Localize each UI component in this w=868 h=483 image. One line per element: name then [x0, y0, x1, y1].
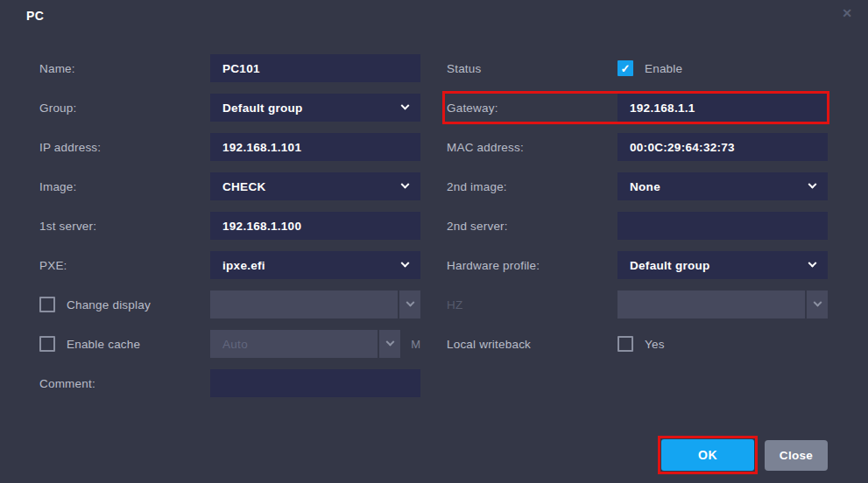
image-select-value: CHECK — [222, 180, 266, 193]
second-image-label: 2nd image: — [447, 180, 617, 193]
chevron-down-icon — [808, 258, 817, 267]
image-row: Image: CHECK — [39, 172, 420, 200]
group-select-value: Default group — [222, 102, 303, 115]
close-button[interactable]: Close — [765, 440, 828, 471]
comment-row: Comment: — [39, 369, 420, 397]
close-icon[interactable]: ✕ — [842, 6, 852, 20]
cache-unit-label: M — [411, 338, 420, 351]
hz-label: HZ — [447, 298, 617, 312]
hardware-profile-select[interactable]: Default group — [617, 251, 828, 279]
ok-button-wrap: OK — [661, 439, 754, 471]
enable-cache-row: Enable cache Auto M — [39, 330, 420, 358]
chevron-down-icon — [398, 290, 420, 318]
hardware-profile-label: Hardware profile: — [447, 259, 617, 272]
group-label: Group: — [39, 102, 210, 115]
name-label: Name: — [39, 62, 210, 75]
chevron-down-icon — [401, 179, 410, 188]
cache-size-select-disabled: Auto — [210, 330, 400, 358]
status-enable-checkbox[interactable]: ✓ — [617, 60, 633, 76]
mac-address-input[interactable] — [617, 133, 828, 161]
local-writeback-label: Local writeback — [447, 338, 617, 351]
enable-cache-label-area: Enable cache — [39, 336, 210, 352]
ip-address-input[interactable] — [210, 133, 420, 161]
form-left-column: Name: Group: Default group IP address: I… — [39, 54, 420, 409]
status-checkbox-label: Enable — [645, 62, 682, 75]
hz-select-value — [617, 290, 805, 318]
first-server-label: 1st server: — [39, 220, 210, 233]
change-display-select-disabled — [210, 290, 420, 318]
ip-address-row: IP address: — [39, 133, 420, 161]
image-select[interactable]: CHECK — [210, 172, 420, 200]
form-right-column: Status ✓ Enable Gateway: MAC address: 2n… — [447, 54, 828, 409]
ip-address-label: IP address: — [39, 141, 210, 154]
change-display-row: Change display — [39, 290, 420, 318]
chevron-down-icon — [401, 101, 410, 109]
second-image-select-value: None — [630, 180, 660, 193]
enable-cache-label: Enable cache — [67, 338, 140, 351]
hz-row: HZ — [447, 290, 828, 318]
first-server-row: 1st server: — [39, 212, 420, 240]
dialog-title: PC — [26, 9, 44, 23]
enable-cache-checkbox[interactable] — [39, 336, 55, 352]
chevron-down-icon — [808, 179, 817, 188]
local-writeback-row: Local writeback Yes — [447, 330, 828, 358]
change-display-label: Change display — [67, 298, 151, 312]
name-input[interactable] — [210, 54, 420, 82]
second-image-row: 2nd image: None — [447, 172, 828, 200]
gateway-input[interactable] — [617, 94, 828, 122]
pxe-select[interactable]: ipxe.efi — [210, 251, 420, 279]
chevron-down-icon — [401, 258, 410, 267]
group-select[interactable]: Default group — [210, 94, 420, 122]
mac-address-label: MAC address: — [447, 141, 617, 154]
local-writeback-checkbox[interactable] — [617, 336, 633, 352]
pxe-label: PXE: — [39, 259, 210, 272]
comment-input[interactable] — [210, 369, 420, 397]
change-display-select-value — [210, 290, 398, 318]
change-display-label-area: Change display — [39, 297, 210, 312]
second-server-label: 2nd server: — [447, 220, 617, 233]
pxe-select-value: ipxe.efi — [222, 259, 265, 272]
ok-button[interactable]: OK — [661, 439, 754, 471]
gateway-row: Gateway: — [447, 94, 828, 122]
name-row: Name: — [39, 54, 420, 82]
chevron-down-icon — [805, 290, 828, 318]
gateway-label: Gateway: — [447, 102, 617, 115]
image-label: Image: — [39, 180, 210, 193]
mac-address-row: MAC address: — [447, 133, 828, 161]
check-icon: ✓ — [621, 63, 631, 74]
hz-select-disabled — [617, 290, 828, 318]
chevron-down-icon — [378, 330, 400, 358]
dialog-footer: OK Close — [661, 439, 828, 471]
second-image-select[interactable]: None — [617, 172, 828, 200]
cache-size-placeholder: Auto — [210, 330, 378, 358]
status-label: Status — [447, 62, 617, 75]
first-server-input[interactable] — [210, 212, 420, 240]
hardware-profile-row: Hardware profile: Default group — [447, 251, 828, 279]
pxe-row: PXE: ipxe.efi — [39, 251, 420, 279]
change-display-checkbox[interactable] — [39, 297, 55, 312]
second-server-input[interactable] — [617, 212, 828, 240]
pc-form: Name: Group: Default group IP address: I… — [39, 54, 828, 409]
group-row: Group: Default group — [39, 94, 420, 122]
comment-label: Comment: — [39, 377, 210, 390]
local-writeback-checkbox-label: Yes — [645, 338, 665, 351]
pc-dialog: PC ✕ Name: Group: Default group IP addre… — [0, 0, 868, 483]
hardware-profile-select-value: Default group — [630, 259, 710, 272]
status-row: Status ✓ Enable — [447, 54, 828, 82]
second-server-row: 2nd server: — [447, 212, 828, 240]
